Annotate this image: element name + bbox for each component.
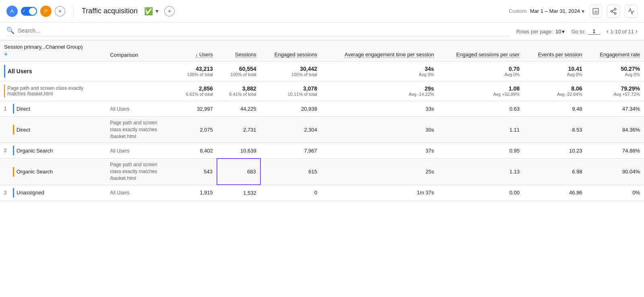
table-row: 3 Unassigned All Users 1,915 1,532 0 1m … [0,185,644,200]
row2-comparison-a: All Users [106,143,174,159]
goto: Go to: [571,28,600,35]
col-header-engaged-sessions[interactable]: Engaged sessions [260,41,321,62]
row2-events-a: 10.23 [524,143,586,159]
activity-icon-button[interactable] [625,5,638,18]
row3-avg-a: 1m 37s [321,185,438,200]
col-header-events[interactable]: Events per session [524,41,586,62]
summary-comp-avg: 29s Avg -14.22% [321,81,438,101]
summary-comp-events: 8.06 Avg -22.64% [524,81,586,101]
row1b-users: 2,075 [173,117,217,143]
row3-engaged-a: 0 [260,185,321,200]
row1b-rate: 84.36% [586,117,644,143]
svg-point-1 [614,8,616,10]
table-row: Direct Page path and screen class exactl… [0,117,644,143]
row2-rate-a: 74.88% [586,143,644,159]
row2-avg-a: 37s [321,143,438,159]
blue-bar [4,65,5,78]
row1-comparison-a: All Users [106,101,174,117]
title-verified: ✅ ▾ [144,6,159,16]
row1b-engaged: 2,304 [260,117,321,143]
search-input-wrap: 🔍 [6,27,510,36]
rows-per-page: Rows per page: 10 ▾ [516,29,565,35]
summary-all-users-label: All Users [0,62,106,81]
date-dropdown-icon: ▾ [582,8,584,14]
next-page-button[interactable]: › [636,28,638,35]
title-dropdown-button[interactable]: ▾ [155,6,159,16]
row2b-comparison: Page path and screen class exactly match… [106,159,174,185]
add-account-button[interactable]: + [55,6,65,16]
col-header-engaged-per-user[interactable]: Engaged sessions per user [438,41,524,62]
row3-per-user-a: 0.00 [438,185,524,200]
row1b-per-user: 1.11 [438,117,524,143]
avatar-a[interactable]: A [6,6,18,17]
svg-point-2 [611,10,613,12]
row1-sessions-a: 44,225 [217,101,260,117]
summary-all-users-row: All Users 43,213 100% of total 60,554 10… [0,62,644,81]
row2-blue-bar [13,146,14,155]
summary-all-users-per-user: 0.70 Avg 0% [438,62,524,81]
row1-per-user-a: 0.63 [438,101,524,117]
nav-divider [73,5,74,18]
row2b-channel: Organic Search [0,159,106,185]
search-right: Rows per page: 10 ▾ Go to: ‹ 1-10 of 11 … [516,28,638,35]
goto-input[interactable] [588,28,600,35]
col-header-sessions[interactable]: Sessions [217,41,260,62]
row2-users-a: 8,402 [173,143,217,159]
top-nav: A ✓ P + Traffic acquisition ✅ ▾ + Custom… [0,0,644,23]
summary-comp-sessions: 3,882 6.41% of total [217,81,260,101]
chart-icon-button[interactable] [589,5,602,18]
avatar-p[interactable]: P [40,6,52,17]
row1b-sessions: 2,731 [217,117,260,143]
row1b-channel: Direct [0,117,106,143]
col-header-dimension[interactable]: Session primary...Channel Group) + [0,41,106,62]
col-header-users[interactable]: ↓ Users [173,41,217,62]
summary-all-users-rate: 50.27% Avg 0% [586,62,644,81]
dimension-add-icon[interactable]: + [4,51,8,58]
rows-per-page-select[interactable]: 10 ▾ [555,29,565,35]
row1-avg-a: 33s [321,101,438,117]
rows-per-page-label: Rows per page: [516,29,553,35]
col-header-engagement-rate[interactable]: Engagement rate [586,41,644,62]
row2b-avg: 25s [321,159,438,185]
summary-comp-per-user: 1.08 Avg +52.99% [438,81,524,101]
verified-icon: ✅ [144,7,153,16]
summary-all-users-avg: 34s Avg 0% [321,62,438,81]
svg-line-5 [612,9,614,10]
search-icon: 🔍 [6,27,14,34]
row2b-users: 543 [173,159,217,185]
table-row: 2 Organic Search All Users 8,402 10,639 … [0,143,644,159]
row2b-per-user: 1.13 [438,159,524,185]
table-row: 1 Direct All Users 32,997 44,225 20,938 … [0,101,644,117]
summary-all-users-events: 10.41 Avg 0% [524,62,586,81]
nav-right: Custom Mar 1 – Mar 31, 2024 ▾ [509,5,638,18]
summary-comp-rate: 79.29% Avg +57.72% [586,81,644,101]
row3-users-a: 1,915 [173,185,217,200]
search-input[interactable] [18,27,510,34]
row3-events-a: 46.96 [524,185,586,200]
table-row: Organic Search Page path and screen clas… [0,159,644,185]
page-title: Traffic acquisition [82,7,138,15]
summary-comp-users: 2,856 6.61% of total [173,81,217,101]
svg-point-3 [614,12,616,14]
col-header-avg-engagement[interactable]: Average engagement time per session [321,41,438,62]
prev-page-button[interactable]: ‹ [607,28,609,35]
row2b-orange-bar [13,167,14,177]
row2-per-user-a: 0.95 [438,143,524,159]
date-range-value: Mar 1 – Mar 31, 2024 [530,8,580,14]
nav-left: A ✓ P + Traffic acquisition ✅ ▾ + [6,5,175,18]
summary-comparison-row: Page path and screen class exactly match… [0,81,644,101]
rows-dropdown-icon: ▾ [562,29,565,35]
share-icon-button[interactable] [607,5,620,18]
row2b-events: 6.98 [524,159,586,185]
row1-rate-a: 47.34% [586,101,644,117]
rows-per-page-value: 10 [555,29,561,35]
date-range-selector[interactable]: Custom Mar 1 – Mar 31, 2024 ▾ [509,8,584,14]
row1b-orange-bar [13,125,14,134]
summary-comp-engaged: 3,078 10.11% of total [260,81,321,101]
add-view-button[interactable]: + [164,6,175,16]
data-table-wrap: Session primary...Channel Group) + Compa… [0,41,644,201]
row2-sessions-a: 10,639 [217,143,260,159]
toggle-switch[interactable]: ✓ [21,7,37,16]
row1b-avg: 30s [321,117,438,143]
toggle-check-icon: ✓ [22,8,26,14]
